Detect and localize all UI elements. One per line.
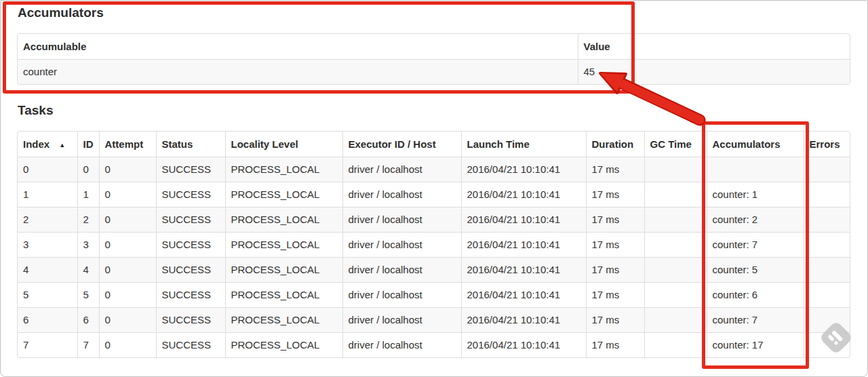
cell-errors — [804, 257, 850, 282]
cell-locality: PROCESS_LOCAL — [225, 157, 342, 182]
cell-errors — [804, 207, 850, 232]
table-row: 3 3 0 SUCCESS PROCESS_LOCAL driver / loc… — [18, 232, 850, 257]
cell-index: 6 — [18, 307, 77, 332]
cell-executor: driver / localhost — [342, 332, 461, 357]
cell-duration: 17 ms — [586, 257, 644, 282]
cell-gc-time — [644, 282, 707, 307]
cell-status: SUCCESS — [156, 232, 225, 257]
table-row: 1 1 0 SUCCESS PROCESS_LOCAL driver / loc… — [18, 182, 850, 207]
cell-executor: driver / localhost — [342, 307, 461, 332]
accumulable-name-cell: counter — [18, 59, 578, 84]
cell-index: 0 — [18, 157, 77, 182]
cell-index: 4 — [18, 257, 77, 282]
column-header-status[interactable]: Status — [156, 132, 225, 157]
cell-accumulators: counter: 17 — [707, 332, 804, 357]
tasks-header-row: Index▲ ID Attempt Status Locality Level … — [18, 132, 850, 157]
column-header-locality-level[interactable]: Locality Level — [225, 132, 342, 157]
cell-accumulators — [707, 157, 804, 182]
cell-duration: 17 ms — [586, 207, 644, 232]
cell-index: 1 — [18, 182, 77, 207]
cell-index: 5 — [18, 282, 77, 307]
cell-id: 7 — [77, 332, 99, 357]
cell-executor: driver / localhost — [342, 282, 461, 307]
column-header-launch-time[interactable]: Launch Time — [461, 132, 586, 157]
cell-gc-time — [644, 232, 707, 257]
cell-status: SUCCESS — [156, 182, 225, 207]
cell-gc-time — [644, 257, 707, 282]
cell-launch-time: 2016/04/21 10:10:41 — [461, 282, 586, 307]
cell-launch-time: 2016/04/21 10:10:41 — [461, 232, 586, 257]
column-header-index[interactable]: Index▲ — [18, 132, 77, 157]
cell-locality: PROCESS_LOCAL — [225, 282, 342, 307]
tasks-table: Index▲ ID Attempt Status Locality Level … — [17, 131, 850, 358]
cell-accumulators: counter: 6 — [707, 282, 804, 307]
cell-status: SUCCESS — [156, 207, 225, 232]
cell-launch-time: 2016/04/21 10:10:41 — [461, 332, 586, 357]
cell-index: 3 — [18, 232, 77, 257]
cell-duration: 17 ms — [586, 282, 644, 307]
column-header-id[interactable]: ID — [77, 132, 99, 157]
cell-locality: PROCESS_LOCAL — [225, 257, 342, 282]
cell-gc-time — [644, 207, 707, 232]
column-header-accumulators[interactable]: Accumulators — [707, 132, 804, 157]
cell-accumulators: counter: 5 — [707, 257, 804, 282]
table-row: 6 6 0 SUCCESS PROCESS_LOCAL driver / loc… — [18, 307, 850, 332]
accumulable-value-cell: 45 — [578, 59, 850, 84]
cell-locality: PROCESS_LOCAL — [225, 307, 342, 332]
column-header-index-label: Index — [23, 138, 50, 150]
cell-locality: PROCESS_LOCAL — [225, 332, 342, 357]
column-header-accumulable[interactable]: Accumulable — [18, 34, 578, 59]
cell-executor: driver / localhost — [342, 182, 461, 207]
cell-attempt: 0 — [99, 207, 156, 232]
column-header-executor-id-host[interactable]: Executor ID / Host — [342, 132, 461, 157]
cell-id: 0 — [77, 157, 99, 182]
cell-gc-time — [644, 307, 707, 332]
tasks-section-title: Tasks — [18, 103, 53, 118]
cell-status: SUCCESS — [156, 282, 225, 307]
cell-duration: 17 ms — [586, 332, 644, 357]
column-header-value[interactable]: Value — [578, 34, 850, 59]
table-row: 4 4 0 SUCCESS PROCESS_LOCAL driver / loc… — [18, 257, 850, 282]
table-row: counter 45 — [18, 59, 850, 84]
cell-attempt: 0 — [99, 307, 156, 332]
cell-launch-time: 2016/04/21 10:10:41 — [461, 157, 586, 182]
cell-executor: driver / localhost — [342, 257, 461, 282]
cell-id: 6 — [77, 307, 99, 332]
accumulators-header-row: Accumulable Value — [18, 34, 850, 59]
cell-errors — [804, 332, 850, 357]
cell-accumulators: counter: 2 — [707, 207, 804, 232]
column-header-attempt[interactable]: Attempt — [99, 132, 156, 157]
column-header-gc-time[interactable]: GC Time — [644, 132, 707, 157]
cell-id: 1 — [77, 182, 99, 207]
cell-index: 7 — [18, 332, 77, 357]
table-row: 7 7 0 SUCCESS PROCESS_LOCAL driver / loc… — [18, 332, 850, 357]
accumulators-section-title: Accumulators — [18, 5, 104, 20]
cell-index: 2 — [18, 207, 77, 232]
cell-attempt: 0 — [99, 182, 156, 207]
cell-duration: 17 ms — [586, 307, 644, 332]
cell-attempt: 0 — [99, 232, 156, 257]
column-header-duration[interactable]: Duration — [586, 132, 644, 157]
cell-executor: driver / localhost — [342, 207, 461, 232]
cell-executor: driver / localhost — [342, 232, 461, 257]
window-frame: Accumulators Accumulable Value counter 4… — [0, 0, 868, 377]
column-header-errors[interactable]: Errors — [804, 132, 850, 157]
cell-accumulators: counter: 7 — [707, 232, 804, 257]
cell-locality: PROCESS_LOCAL — [225, 207, 342, 232]
cell-executor: driver / localhost — [342, 157, 461, 182]
cell-duration: 17 ms — [586, 182, 644, 207]
cell-status: SUCCESS — [156, 157, 225, 182]
cell-accumulators: counter: 7 — [707, 307, 804, 332]
cell-status: SUCCESS — [156, 307, 225, 332]
cell-launch-time: 2016/04/21 10:10:41 — [461, 207, 586, 232]
cell-id: 2 — [77, 207, 99, 232]
cell-id: 5 — [77, 282, 99, 307]
cell-errors — [804, 307, 850, 332]
cell-locality: PROCESS_LOCAL — [225, 182, 342, 207]
cell-errors — [804, 282, 850, 307]
cell-errors — [804, 157, 850, 182]
cell-attempt: 0 — [99, 257, 156, 282]
cell-id: 3 — [77, 232, 99, 257]
cell-errors — [804, 232, 850, 257]
table-row: 2 2 0 SUCCESS PROCESS_LOCAL driver / loc… — [18, 207, 850, 232]
